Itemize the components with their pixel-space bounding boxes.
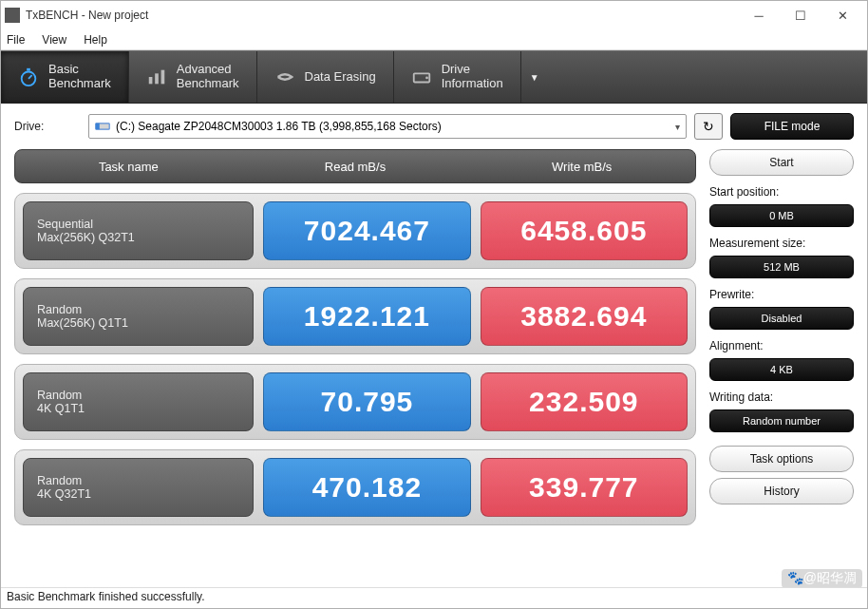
window-controls: ─ ☐ ✕ xyxy=(738,2,863,29)
minimize-button[interactable]: ─ xyxy=(738,2,780,29)
results-table: Task name Read mB/s Write mB/s Sequentia… xyxy=(14,149,696,583)
tab-label: Drive Information xyxy=(442,63,503,91)
write-value: 339.777 xyxy=(481,458,688,517)
drive-icon xyxy=(411,67,432,87)
tab-label: Basic Benchmark xyxy=(48,63,111,91)
results-header: Task name Read mB/s Write mB/s xyxy=(14,149,696,183)
drive-label: Drive: xyxy=(14,120,81,133)
table-row: Random Max(256K) Q1T1 1922.121 3882.694 xyxy=(14,278,696,354)
task-cell[interactable]: Sequential Max(256K) Q32T1 xyxy=(23,201,254,260)
menu-bar: File View Help xyxy=(1,29,867,50)
svg-rect-4 xyxy=(155,73,159,84)
col-write: Write mB/s xyxy=(468,160,695,174)
svg-rect-9 xyxy=(96,124,100,129)
refresh-icon: ↻ xyxy=(703,119,714,134)
menu-file[interactable]: File xyxy=(7,33,25,47)
menu-view[interactable]: View xyxy=(42,33,66,47)
bars-icon xyxy=(146,67,167,87)
svg-rect-5 xyxy=(160,70,164,85)
write-value: 232.509 xyxy=(481,372,688,431)
toolbar: Basic Benchmark Advanced Benchmark Data … xyxy=(1,50,867,104)
close-button[interactable]: ✕ xyxy=(821,2,863,29)
write-value: 6458.605 xyxy=(481,201,688,260)
svg-rect-3 xyxy=(149,77,153,84)
tab-data-erasing[interactable]: Data Erasing xyxy=(257,51,394,103)
window-title: TxBENCH - New project xyxy=(26,9,738,22)
read-value: 70.795 xyxy=(263,372,470,431)
tab-label: Advanced Benchmark xyxy=(177,63,239,91)
prewrite-label: Prewrite: xyxy=(709,288,854,301)
start-button[interactable]: Start xyxy=(709,149,854,176)
app-icon xyxy=(5,8,20,23)
chevron-down-icon: ▾ xyxy=(675,122,680,132)
drive-row: Drive: (C:) Seagate ZP2048CM30003 1.86 T… xyxy=(1,104,867,149)
writing-data-value[interactable]: Random number xyxy=(709,409,854,432)
maximize-button[interactable]: ☐ xyxy=(780,2,821,29)
status-bar: Basic Benchmark finished successfully. xyxy=(1,587,867,608)
write-value: 3882.694 xyxy=(481,287,688,346)
col-task: Task name xyxy=(15,160,242,174)
alignment-value[interactable]: 4 KB xyxy=(709,358,854,381)
tab-advanced-benchmark[interactable]: Advanced Benchmark xyxy=(129,51,257,103)
svg-point-7 xyxy=(425,77,428,80)
app-window: TxBENCH - New project ─ ☐ ✕ File View He… xyxy=(0,0,868,609)
tab-label: Data Erasing xyxy=(305,70,376,85)
menu-help[interactable]: Help xyxy=(84,33,107,47)
table-row: Random 4K Q1T1 70.795 232.509 xyxy=(14,364,696,440)
main-content: Task name Read mB/s Write mB/s Sequentia… xyxy=(1,149,867,587)
task-options-button[interactable]: Task options xyxy=(709,446,854,472)
history-button[interactable]: History xyxy=(709,478,854,504)
erase-icon xyxy=(274,67,295,87)
drive-text: (C:) Seagate ZP2048CM30003 1.86 TB (3,99… xyxy=(116,120,442,133)
refresh-button[interactable]: ↻ xyxy=(694,113,723,140)
titlebar: TxBENCH - New project ─ ☐ ✕ xyxy=(1,1,867,29)
measurement-size-label: Measurement size: xyxy=(709,237,854,250)
file-mode-button[interactable]: FILE mode xyxy=(730,113,854,140)
task-cell[interactable]: Random 4K Q32T1 xyxy=(23,458,254,517)
svg-rect-1 xyxy=(27,68,30,71)
start-position-label: Start position: xyxy=(709,185,854,199)
measurement-size-value[interactable]: 512 MB xyxy=(709,256,854,278)
task-cell[interactable]: Random 4K Q1T1 xyxy=(23,372,254,431)
prewrite-value[interactable]: Disabled xyxy=(709,307,854,330)
col-read: Read mB/s xyxy=(242,160,469,174)
read-value: 7024.467 xyxy=(263,201,470,260)
disk-icon xyxy=(95,121,110,132)
toolbar-overflow[interactable]: ▼ xyxy=(521,51,548,103)
side-panel: Start Start position: 0 MB Measurement s… xyxy=(709,149,854,583)
task-cell[interactable]: Random Max(256K) Q1T1 xyxy=(23,287,254,346)
read-value: 470.182 xyxy=(263,458,470,517)
start-position-value[interactable]: 0 MB xyxy=(709,204,854,227)
stopwatch-icon xyxy=(18,67,39,87)
drive-select[interactable]: (C:) Seagate ZP2048CM30003 1.86 TB (3,99… xyxy=(88,114,687,139)
table-row: Sequential Max(256K) Q32T1 7024.467 6458… xyxy=(14,193,696,269)
svg-line-2 xyxy=(28,75,32,79)
tab-basic-benchmark[interactable]: Basic Benchmark xyxy=(1,51,129,103)
table-row: Random 4K Q32T1 470.182 339.777 xyxy=(14,449,696,525)
read-value: 1922.121 xyxy=(263,287,470,346)
writing-data-label: Writing data: xyxy=(709,390,854,404)
alignment-label: Alignment: xyxy=(709,339,854,352)
tab-drive-information[interactable]: Drive Information xyxy=(394,51,521,103)
